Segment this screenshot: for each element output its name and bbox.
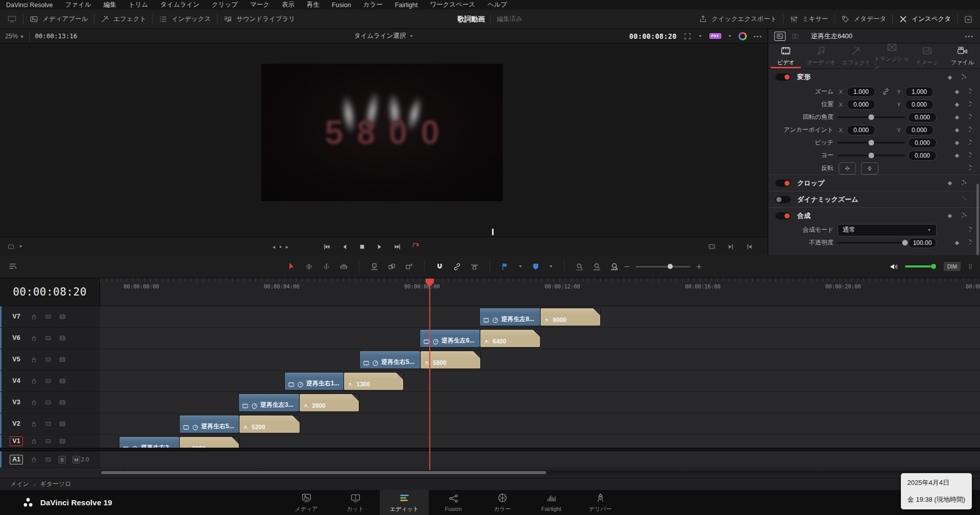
flag-icon[interactable] xyxy=(501,262,509,271)
selection-mode-icon[interactable] xyxy=(287,262,296,271)
reset-button[interactable] xyxy=(965,113,980,121)
track-name-V3[interactable]: V3 xyxy=(10,398,23,407)
video-clip-逆再生左3...[interactable]: 逆再生左3... xyxy=(239,394,299,411)
reset-button[interactable] xyxy=(958,73,973,81)
auto-select-icon[interactable] xyxy=(45,456,52,463)
custom-zoom-icon[interactable] xyxy=(610,262,619,271)
timeline-inspector-toggle[interactable] xyxy=(790,32,801,41)
dim-audio-button[interactable]: DIM xyxy=(944,262,961,271)
value-field[interactable]: 0.000 xyxy=(908,138,937,148)
keyframe-diamond-icon[interactable]: ◆ xyxy=(949,127,965,133)
track-view-icon[interactable] xyxy=(59,313,66,320)
scrollbar-thumb[interactable] xyxy=(101,471,546,474)
track-lock-icon[interactable] xyxy=(31,356,37,363)
auto-select-icon[interactable] xyxy=(45,421,52,427)
fusion-clip-1300[interactable]: 1300 xyxy=(344,373,403,390)
timeline-options-icon[interactable] xyxy=(8,261,18,272)
insert-clip-icon[interactable] xyxy=(370,262,379,271)
track-lock-icon[interactable] xyxy=(31,335,37,341)
loop-playback-icon[interactable] xyxy=(411,242,420,251)
value-field-y[interactable]: 0.000 xyxy=(905,100,934,110)
flip-vertical-button[interactable] xyxy=(861,162,878,175)
audio-monitor-icon[interactable] xyxy=(889,262,899,272)
chevron-down-icon[interactable]: ▼ xyxy=(18,244,23,249)
param-slider[interactable] xyxy=(838,242,905,243)
video-clip-逆再生左2...[interactable]: 逆再生左2... xyxy=(119,437,179,448)
chevron-down-icon[interactable]: ▼ xyxy=(728,34,732,38)
video-clip-逆再生右5...[interactable]: 逆再生右5... xyxy=(360,351,420,369)
toolbar-button-media-pool[interactable]: メディアプール xyxy=(30,15,88,23)
timeline-timecode[interactable]: 00:00:08:20 xyxy=(0,278,100,306)
track-name-V4[interactable]: V4 xyxy=(10,377,23,385)
tab-イメージ[interactable]: イメージ xyxy=(910,43,945,68)
track-lane-V6[interactable]: 逆再生左6...6400 xyxy=(100,328,980,349)
menu-item[interactable]: ワークスペース xyxy=(430,1,475,9)
track-lock-icon[interactable] xyxy=(31,438,37,445)
dropdown-合成モード[interactable]: 通常▼ xyxy=(838,224,937,236)
param-slider[interactable] xyxy=(838,155,905,156)
dynamic-trim-mode-icon[interactable] xyxy=(322,262,331,271)
timeline-selector[interactable]: タイムライン選択▼ xyxy=(0,32,768,40)
track-view-icon[interactable] xyxy=(59,421,66,427)
chevron-down-icon[interactable]: ▼ xyxy=(698,34,703,38)
slider-thumb[interactable] xyxy=(869,153,874,158)
track-view-icon[interactable] xyxy=(59,356,66,363)
toolbar-button-inspector[interactable]: インスペクタ xyxy=(899,15,951,23)
next-edit-icon[interactable] xyxy=(727,243,734,251)
viewer-scrub-bar[interactable] xyxy=(0,228,768,237)
flip-horizontal-button[interactable] xyxy=(839,162,856,175)
tab-オーディオ[interactable]: オーディオ xyxy=(803,43,839,68)
track-lock-icon[interactable] xyxy=(31,399,37,406)
marker-icon[interactable] xyxy=(531,262,540,271)
menu-item[interactable]: 編集 xyxy=(104,1,116,9)
zoom-out-icon[interactable] xyxy=(624,263,630,270)
reset-button[interactable] xyxy=(965,152,980,159)
video-clip-逆再生右1...[interactable]: 逆再生右1... xyxy=(285,373,344,390)
toolbar-button-index[interactable]: インデックス xyxy=(159,15,211,23)
track-lane-V7[interactable]: 逆再生左8...8000 xyxy=(100,306,980,328)
menu-item[interactable]: ヘルプ xyxy=(487,1,507,9)
last-frame-icon[interactable] xyxy=(394,243,401,251)
keyframe-diamond-icon[interactable]: ◆ xyxy=(949,101,965,108)
menu-item[interactable]: マーク xyxy=(250,1,270,9)
track-lane-V3[interactable]: 逆再生左3...3900 xyxy=(100,392,980,413)
value-field[interactable]: 0.000 xyxy=(908,151,937,161)
timeline-horizontal-scrollbar[interactable] xyxy=(100,470,980,475)
auto-select-icon[interactable] xyxy=(45,356,52,363)
menu-item[interactable]: カラー xyxy=(363,1,383,9)
value-field-x[interactable]: 0.000 xyxy=(847,125,875,135)
track-name-V7[interactable]: V7 xyxy=(10,312,23,321)
replace-clip-icon[interactable] xyxy=(405,262,413,271)
linked-selection-icon[interactable] xyxy=(453,262,461,271)
keyframe-diamond-icon[interactable]: ◆ xyxy=(942,212,958,219)
fusion-clip-5200[interactable]: 5200 xyxy=(239,415,300,433)
track-name-V5[interactable]: V5 xyxy=(10,355,23,364)
value-field-y[interactable]: 0.000 xyxy=(905,125,934,135)
reset-button[interactable] xyxy=(965,139,980,146)
tab-ファイル[interactable]: ファイル xyxy=(945,43,980,68)
menu-item[interactable]: Fairlight xyxy=(395,2,418,9)
section-toggle[interactable] xyxy=(775,212,791,219)
section-toggle[interactable] xyxy=(775,196,791,203)
inspector-scrollbar[interactable] xyxy=(976,184,979,255)
chevron-down-icon[interactable]: ▼ xyxy=(549,264,553,268)
position-lock-icon[interactable] xyxy=(470,262,479,271)
track-lock-icon[interactable] xyxy=(31,456,37,463)
param-slider[interactable] xyxy=(838,116,905,118)
tab-エフェクト[interactable]: エフェクト xyxy=(839,43,874,68)
toolbar-button-quick-export[interactable]: クイックエクスポート xyxy=(699,15,777,23)
inspector-options-icon[interactable]: ••• xyxy=(965,33,974,39)
track-lane-V4[interactable]: 逆再生右1...1300 xyxy=(100,371,980,392)
keyframe-diamond-icon[interactable]: ◆ xyxy=(949,152,965,159)
dual-screen-icon[interactable] xyxy=(7,14,17,24)
zoom-in-icon[interactable] xyxy=(696,263,702,270)
monitor-volume-slider[interactable] xyxy=(905,265,938,267)
link-xy-icon[interactable] xyxy=(882,88,890,95)
reset-button[interactable] xyxy=(958,179,973,187)
value-field-x[interactable]: 0.000 xyxy=(847,100,875,110)
play-icon[interactable] xyxy=(376,243,383,251)
keyframe-diamond-icon[interactable]: ◆ xyxy=(949,88,965,95)
viewer-mode-icon[interactable] xyxy=(7,243,15,251)
overwrite-clip-icon[interactable] xyxy=(387,262,396,271)
panel-grip-icon[interactable] xyxy=(967,263,974,270)
